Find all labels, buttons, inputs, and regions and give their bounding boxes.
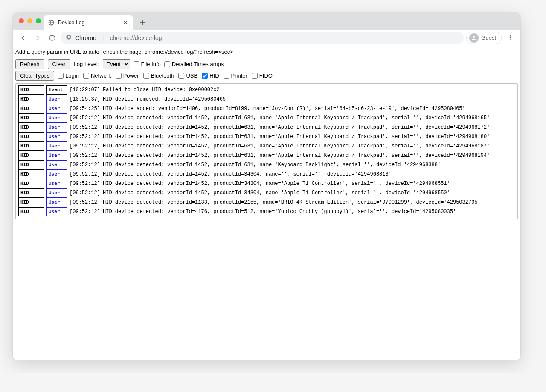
tab-title: Device Log xyxy=(58,20,85,26)
file-info-toggle[interactable]: File Info xyxy=(134,61,161,67)
window-close-button[interactable] xyxy=(19,18,24,23)
log-type-badge: HID xyxy=(18,170,44,179)
reload-button[interactable] xyxy=(46,32,58,44)
log-row: HIDUser[09:52:12]HID device detected: ve… xyxy=(18,170,515,179)
type-filter-checkbox[interactable] xyxy=(252,73,258,79)
type-filter-bluetooth[interactable]: Bluetooth xyxy=(143,72,174,79)
log-type-badge: HID xyxy=(18,141,44,151)
log-message: HID device added: vendorId=1406, product… xyxy=(103,104,465,113)
log-type-badge: HID xyxy=(18,188,44,198)
type-filter-usb[interactable]: USB xyxy=(178,72,197,79)
file-info-label: File Info xyxy=(141,61,161,67)
log-timestamp: [09:52:12] xyxy=(70,198,100,207)
log-message: HID device detected: vendorId=1452, prod… xyxy=(103,170,392,179)
type-filter-checkbox[interactable] xyxy=(224,73,229,79)
detailed-ts-toggle[interactable]: Detailed Timestamps xyxy=(164,61,224,67)
log-level-badge: User xyxy=(46,95,67,104)
globe-icon xyxy=(48,19,55,26)
url-host: Chrome xyxy=(75,35,96,41)
type-filter-label: Bluetooth xyxy=(151,72,174,79)
log-message: HID device removed: deviceId='4295080465… xyxy=(103,95,229,104)
log-timestamp: [10:29:07] xyxy=(70,86,100,94)
detailed-ts-label: Detailed Timestamps xyxy=(172,61,224,67)
svg-point-6 xyxy=(510,39,511,40)
type-filter-label: Login xyxy=(65,72,79,79)
log-row: HIDUser[09:52:12]HID device detected: ve… xyxy=(18,198,515,207)
window-zoom-button[interactable] xyxy=(36,18,41,23)
type-filter-checkbox[interactable] xyxy=(143,73,149,79)
type-filter-hid[interactable]: HID xyxy=(202,72,219,79)
detailed-ts-checkbox[interactable] xyxy=(164,61,170,67)
type-filter-label: Network xyxy=(91,72,111,79)
address-bar[interactable]: Chrome | chrome://device-log xyxy=(61,32,464,44)
log-timestamp: [09:52:12] xyxy=(70,161,100,169)
type-filter-label: Power xyxy=(123,72,139,79)
type-filter-login[interactable]: Login xyxy=(58,72,79,79)
log-level-badge: User xyxy=(46,123,67,132)
log-message: HID device detected: vendorId=1452, prod… xyxy=(103,179,450,188)
url-separator: | xyxy=(102,35,104,41)
type-filter-checkbox[interactable] xyxy=(202,73,208,79)
title-bar: Device Log xyxy=(13,13,520,30)
log-row: HIDUser[09:52:12]HID device detected: ve… xyxy=(18,141,515,151)
log-message: HID device detected: vendorId=1452, prod… xyxy=(103,123,490,132)
page-content: Add a query param in URL to auto-refresh… xyxy=(13,46,520,360)
type-filter-checkbox[interactable] xyxy=(116,73,122,79)
log-type-badge: HID xyxy=(18,179,44,188)
browser-toolbar: Chrome | chrome://device-log Guest xyxy=(13,30,520,46)
profile-chip[interactable]: Guest xyxy=(466,32,502,44)
svg-point-4 xyxy=(510,35,511,37)
type-filter-checkbox[interactable] xyxy=(58,73,64,79)
log-row: HIDUser[09:52:12]HID device detected: ve… xyxy=(18,123,515,132)
log-type-badge: HID xyxy=(18,151,44,160)
type-filter-label: FIDO xyxy=(259,72,273,79)
log-message: HID device detected: vendorId=4176, prod… xyxy=(103,208,456,216)
log-timestamp: [09:52:12] xyxy=(70,114,100,122)
log-timestamp: [09:52:12] xyxy=(70,189,100,197)
window-controls xyxy=(19,18,41,23)
new-tab-button[interactable] xyxy=(136,17,148,29)
log-level-badge: User xyxy=(46,141,67,151)
back-button[interactable] xyxy=(17,32,29,44)
log-timestamp: [09:52:12] xyxy=(70,142,100,150)
type-filter-network[interactable]: Network xyxy=(83,72,111,79)
log-row: HIDUser[09:52:12]HID device detected: ve… xyxy=(18,151,515,160)
chrome-icon xyxy=(66,34,72,41)
log-level-badge: User xyxy=(46,170,67,179)
log-level-select[interactable]: Event xyxy=(103,59,130,69)
browser-tab[interactable]: Device Log xyxy=(44,15,133,30)
file-info-checkbox[interactable] xyxy=(134,61,139,67)
type-filter-printer[interactable]: Printer xyxy=(224,72,247,79)
clear-button[interactable]: Clear xyxy=(48,59,70,69)
log-level-badge: User xyxy=(46,188,67,198)
log-type-badge: HID xyxy=(18,95,44,104)
type-filter-power[interactable]: Power xyxy=(116,72,139,79)
type-filter-checkbox[interactable] xyxy=(178,73,184,79)
svg-point-5 xyxy=(510,37,511,38)
refresh-button[interactable]: Refresh xyxy=(15,59,44,69)
tab-close-button[interactable] xyxy=(122,19,129,26)
browser-menu-button[interactable] xyxy=(504,32,516,44)
log-row: HIDUser[09:52:12]HID device detected: ve… xyxy=(18,207,515,216)
log-message: HID device detected: vendorId=1452, prod… xyxy=(103,161,441,169)
svg-point-3 xyxy=(473,36,475,38)
forward-button[interactable] xyxy=(32,32,44,44)
type-filter-fido[interactable]: FIDO xyxy=(252,72,273,79)
log-level-badge: User xyxy=(46,198,67,207)
log-timestamp: [09:52:12] xyxy=(70,133,100,141)
log-timestamp: [10:25:37] xyxy=(70,95,100,104)
log-level-badge: User xyxy=(46,104,67,113)
log-type-badge: HID xyxy=(18,132,44,141)
log-level-badge: Event xyxy=(46,85,67,95)
log-row: HIDUser[09:52:12]HID device detected: ve… xyxy=(18,188,515,198)
log-message: HID device detected: vendorId=1133, prod… xyxy=(103,198,481,207)
log-type-badge: HID xyxy=(18,198,44,207)
log-type-badge: HID xyxy=(18,123,44,132)
log-level-badge: User xyxy=(46,132,67,141)
log-level-badge: User xyxy=(46,179,67,188)
log-row: HIDEvent[10:29:07]Failed to close HID de… xyxy=(18,85,515,95)
type-filters: LoginNetworkPowerBluetoothUSBHIDPrinterF… xyxy=(58,72,273,79)
clear-types-button[interactable]: Clear Types xyxy=(15,71,54,81)
type-filter-checkbox[interactable] xyxy=(83,73,89,79)
window-minimize-button[interactable] xyxy=(27,18,32,23)
